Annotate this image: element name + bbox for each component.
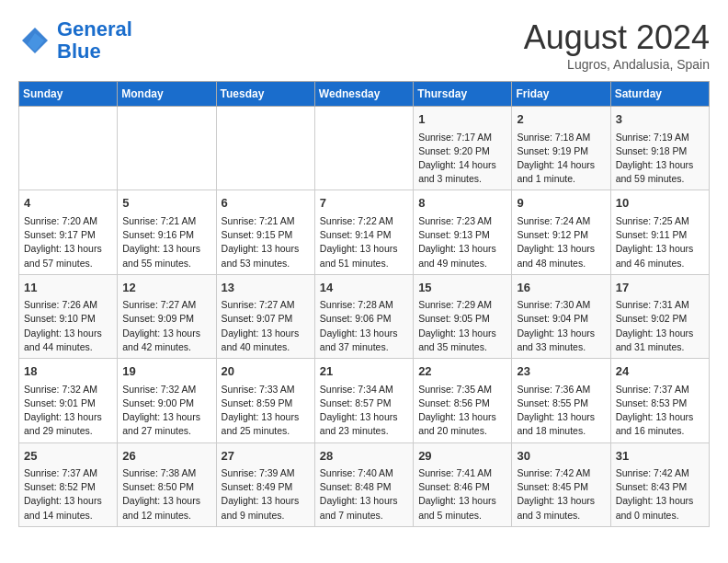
day-info: Sunrise: 7:21 AM Sunset: 9:16 PM Dayligh… — [122, 214, 210, 270]
day-number: 21 — [320, 362, 408, 381]
day-info: Sunrise: 7:38 AM Sunset: 8:50 PM Dayligh… — [122, 466, 210, 523]
day-info: Sunrise: 7:42 AM Sunset: 8:45 PM Dayligh… — [517, 466, 605, 523]
day-info: Sunrise: 7:24 AM Sunset: 9:12 PM Dayligh… — [517, 214, 605, 270]
calendar-header-sunday: Sunday — [19, 82, 118, 107]
day-number: 8 — [418, 194, 506, 213]
calendar-header-tuesday: Tuesday — [216, 82, 314, 107]
calendar-week-row: 18Sunrise: 7:32 AM Sunset: 9:01 PM Dayli… — [19, 359, 710, 442]
day-info: Sunrise: 7:35 AM Sunset: 8:56 PM Dayligh… — [418, 383, 506, 439]
calendar-table: SundayMondayTuesdayWednesdayThursdayFrid… — [18, 81, 710, 527]
calendar-cell: 14Sunrise: 7:28 AM Sunset: 9:06 PM Dayli… — [314, 274, 413, 358]
day-number: 12 — [122, 279, 210, 297]
calendar-cell — [314, 107, 413, 190]
calendar-cell: 13Sunrise: 7:27 AM Sunset: 9:07 PM Dayli… — [216, 274, 314, 358]
calendar-cell: 7Sunrise: 7:22 AM Sunset: 9:14 PM Daylig… — [314, 190, 413, 274]
calendar-cell: 9Sunrise: 7:24 AM Sunset: 9:12 PM Daylig… — [512, 190, 610, 274]
calendar-cell: 6Sunrise: 7:21 AM Sunset: 9:15 PM Daylig… — [216, 190, 314, 274]
calendar-cell: 26Sunrise: 7:38 AM Sunset: 8:50 PM Dayli… — [118, 442, 216, 526]
calendar-cell: 8Sunrise: 7:23 AM Sunset: 9:13 PM Daylig… — [414, 190, 512, 274]
logo: General Blue — [18, 18, 132, 63]
day-number: 13 — [222, 279, 310, 297]
day-number: 7 — [320, 194, 408, 213]
day-info: Sunrise: 7:37 AM Sunset: 8:52 PM Dayligh… — [24, 466, 112, 523]
calendar-week-row: 4Sunrise: 7:20 AM Sunset: 9:17 PM Daylig… — [19, 190, 710, 274]
day-number: 15 — [418, 279, 506, 297]
day-info: Sunrise: 7:32 AM Sunset: 9:00 PM Dayligh… — [122, 383, 210, 439]
day-info: Sunrise: 7:37 AM Sunset: 8:53 PM Dayligh… — [616, 383, 704, 439]
calendar-header-thursday: Thursday — [414, 82, 512, 107]
day-number: 18 — [24, 362, 112, 381]
day-number: 14 — [320, 279, 408, 297]
day-number: 29 — [418, 447, 506, 465]
logo-general: General — [57, 17, 132, 40]
calendar-cell: 16Sunrise: 7:30 AM Sunset: 9:04 PM Dayli… — [512, 274, 610, 358]
day-number: 5 — [122, 194, 210, 213]
calendar-cell: 22Sunrise: 7:35 AM Sunset: 8:56 PM Dayli… — [414, 359, 512, 442]
calendar-week-row: 1Sunrise: 7:17 AM Sunset: 9:20 PM Daylig… — [19, 107, 710, 190]
day-info: Sunrise: 7:22 AM Sunset: 9:14 PM Dayligh… — [320, 214, 408, 270]
day-info: Sunrise: 7:34 AM Sunset: 8:57 PM Dayligh… — [320, 383, 408, 439]
calendar-header-wednesday: Wednesday — [314, 82, 413, 107]
day-info: Sunrise: 7:26 AM Sunset: 9:10 PM Dayligh… — [24, 298, 112, 354]
day-info: Sunrise: 7:36 AM Sunset: 8:55 PM Dayligh… — [517, 383, 605, 439]
day-info: Sunrise: 7:17 AM Sunset: 9:20 PM Dayligh… — [418, 131, 506, 187]
calendar-week-row: 11Sunrise: 7:26 AM Sunset: 9:10 PM Dayli… — [19, 274, 710, 358]
day-info: Sunrise: 7:20 AM Sunset: 9:17 PM Dayligh… — [24, 214, 112, 270]
calendar-cell: 23Sunrise: 7:36 AM Sunset: 8:55 PM Dayli… — [512, 359, 610, 442]
calendar-cell: 1Sunrise: 7:17 AM Sunset: 9:20 PM Daylig… — [414, 107, 512, 190]
calendar-cell: 31Sunrise: 7:42 AM Sunset: 8:43 PM Dayli… — [610, 442, 709, 526]
day-number: 1 — [418, 110, 506, 129]
day-number: 19 — [122, 362, 210, 381]
day-info: Sunrise: 7:29 AM Sunset: 9:05 PM Dayligh… — [418, 298, 506, 354]
logo-text: General Blue — [57, 18, 132, 63]
day-info: Sunrise: 7:33 AM Sunset: 8:59 PM Dayligh… — [222, 383, 310, 439]
day-info: Sunrise: 7:23 AM Sunset: 9:13 PM Dayligh… — [418, 214, 506, 270]
calendar-cell: 3Sunrise: 7:19 AM Sunset: 9:18 PM Daylig… — [610, 107, 709, 190]
day-number: 3 — [616, 110, 704, 129]
calendar-cell: 4Sunrise: 7:20 AM Sunset: 9:17 PM Daylig… — [19, 190, 118, 274]
day-number: 11 — [24, 279, 112, 297]
calendar-cell: 2Sunrise: 7:18 AM Sunset: 9:19 PM Daylig… — [512, 107, 610, 190]
calendar-header-row: SundayMondayTuesdayWednesdayThursdayFrid… — [19, 82, 710, 107]
day-info: Sunrise: 7:41 AM Sunset: 8:46 PM Dayligh… — [418, 466, 506, 523]
day-info: Sunrise: 7:27 AM Sunset: 9:07 PM Dayligh… — [222, 298, 310, 354]
page-header: General Blue August 2024 Lugros, Andalus… — [18, 18, 710, 72]
day-number: 16 — [517, 279, 605, 297]
day-info: Sunrise: 7:25 AM Sunset: 9:11 PM Dayligh… — [616, 214, 704, 270]
day-info: Sunrise: 7:28 AM Sunset: 9:06 PM Dayligh… — [320, 298, 408, 354]
day-number: 26 — [122, 447, 210, 465]
day-info: Sunrise: 7:18 AM Sunset: 9:19 PM Dayligh… — [517, 131, 605, 187]
calendar-cell: 18Sunrise: 7:32 AM Sunset: 9:01 PM Dayli… — [19, 359, 118, 442]
day-info: Sunrise: 7:19 AM Sunset: 9:18 PM Dayligh… — [616, 131, 704, 187]
day-info: Sunrise: 7:31 AM Sunset: 9:02 PM Dayligh… — [616, 298, 704, 354]
day-info: Sunrise: 7:21 AM Sunset: 9:15 PM Dayligh… — [222, 214, 310, 270]
calendar-cell: 27Sunrise: 7:39 AM Sunset: 8:49 PM Dayli… — [216, 442, 314, 526]
calendar-cell: 25Sunrise: 7:37 AM Sunset: 8:52 PM Dayli… — [19, 442, 118, 526]
calendar-header-saturday: Saturday — [610, 82, 709, 107]
day-number: 22 — [418, 362, 506, 381]
calendar-cell: 11Sunrise: 7:26 AM Sunset: 9:10 PM Dayli… — [19, 274, 118, 358]
day-number: 6 — [222, 194, 310, 213]
calendar-cell: 17Sunrise: 7:31 AM Sunset: 9:02 PM Dayli… — [610, 274, 709, 358]
calendar-cell: 12Sunrise: 7:27 AM Sunset: 9:09 PM Dayli… — [118, 274, 216, 358]
day-number: 20 — [222, 362, 310, 381]
calendar-header-friday: Friday — [512, 82, 610, 107]
calendar-cell: 30Sunrise: 7:42 AM Sunset: 8:45 PM Dayli… — [512, 442, 610, 526]
day-number: 4 — [24, 194, 112, 213]
calendar-cell: 5Sunrise: 7:21 AM Sunset: 9:16 PM Daylig… — [118, 190, 216, 274]
calendar-cell — [216, 107, 314, 190]
day-number: 28 — [320, 447, 408, 465]
day-number: 30 — [517, 447, 605, 465]
day-number: 27 — [222, 447, 310, 465]
day-number: 25 — [24, 447, 112, 465]
day-info: Sunrise: 7:39 AM Sunset: 8:49 PM Dayligh… — [222, 466, 310, 523]
calendar-cell: 10Sunrise: 7:25 AM Sunset: 9:11 PM Dayli… — [610, 190, 709, 274]
day-info: Sunrise: 7:32 AM Sunset: 9:01 PM Dayligh… — [24, 383, 112, 439]
calendar-week-row: 25Sunrise: 7:37 AM Sunset: 8:52 PM Dayli… — [19, 442, 710, 526]
calendar-cell: 29Sunrise: 7:41 AM Sunset: 8:46 PM Dayli… — [414, 442, 512, 526]
day-info: Sunrise: 7:42 AM Sunset: 8:43 PM Dayligh… — [616, 466, 704, 523]
day-number: 10 — [616, 194, 704, 213]
day-number: 17 — [616, 279, 704, 297]
day-info: Sunrise: 7:40 AM Sunset: 8:48 PM Dayligh… — [320, 466, 408, 523]
day-number: 23 — [517, 362, 605, 381]
